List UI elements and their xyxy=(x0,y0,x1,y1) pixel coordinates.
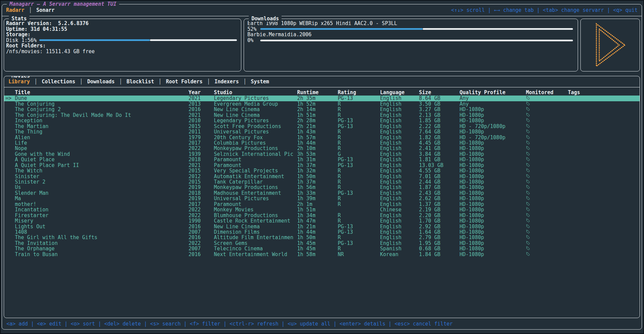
movie-row[interactable]: mother!2017Paramount2h 1mREnglish1.37 GB… xyxy=(4,202,640,207)
cell-size: 8.64 GB xyxy=(419,96,460,101)
cell-language: English xyxy=(380,213,419,218)
cell-runtime: 1h 56m xyxy=(297,185,338,190)
movie-row[interactable]: Train to Busan2016Next Entertainment Wor… xyxy=(4,252,640,257)
cell-rating: PG-13 xyxy=(338,229,380,235)
movie-row[interactable]: Inception2010Legendary Pictures2h 28mPG-… xyxy=(4,118,640,123)
cell-rating: PG-13 xyxy=(338,118,380,123)
stats-panel: Stats Radarr Version: 5.2.6.8376 Uptime:… xyxy=(4,19,241,71)
movie-row[interactable]: The Thing2011Universal Pictures1h 43mREn… xyxy=(4,129,640,134)
cell-rating: R xyxy=(338,179,380,185)
cell-size: 1.81 GB xyxy=(419,157,460,162)
movie-row[interactable]: 14082007Dimension Films1h 44mPG-13Englis… xyxy=(4,229,640,235)
cell-language: English xyxy=(380,185,419,190)
cell-year: 2017 xyxy=(188,202,214,207)
cell-runtime: 1h 32m xyxy=(297,168,338,173)
download-title: Barbie.Mermaidia.2006 xyxy=(247,32,573,38)
cell-runtime: 1h 50m xyxy=(297,174,338,179)
movie-row[interactable]: The Witch2015Very Special Projects1h 32m… xyxy=(4,168,640,173)
tab-separator: │ xyxy=(34,79,37,85)
cell-quality-profile: HD-1080p xyxy=(460,140,526,146)
monitored-tag-icon xyxy=(526,184,530,189)
cell-monitored xyxy=(526,251,568,257)
cell-size: 2.62 GB xyxy=(419,196,460,201)
cell-size: 4.45 GB xyxy=(419,140,460,146)
movie-row[interactable]: The Conjuring2013Evergreen Media Group1h… xyxy=(4,101,640,107)
cell-quality-profile: HD-1080p xyxy=(460,146,526,151)
movies-panel-title: Movies xyxy=(9,76,32,79)
cell-language: English xyxy=(380,179,419,185)
download-progress-row: 52% xyxy=(247,26,573,32)
cell-title: Life xyxy=(15,140,188,146)
cell-size: 2.19 GB xyxy=(419,207,460,212)
cell-studio: Universal Pictures xyxy=(214,196,297,201)
cell-title: Us xyxy=(15,185,188,190)
cell-runtime: 1h 44m xyxy=(297,140,338,146)
monitored-tag-icon xyxy=(526,134,530,140)
cell-size: 1.84 GB xyxy=(419,252,460,257)
tab-collections[interactable]: Collections xyxy=(42,79,75,85)
cell-title: Inception xyxy=(15,118,188,123)
cell-year: 2016 xyxy=(188,107,214,112)
uptime-label: Uptime: xyxy=(6,26,27,32)
tab-separator: │ xyxy=(243,79,246,85)
movie-row[interactable]: Sinister 22015Tank Caterpillar1h 37mREng… xyxy=(4,179,640,185)
tab-sonarr[interactable]: Sonarr xyxy=(36,7,54,13)
monitored-tag-icon xyxy=(526,123,530,128)
movie-row[interactable]: The Invitation2022Screen Gems1h 45mPG-13… xyxy=(4,241,640,246)
tab-library[interactable]: Library xyxy=(8,79,30,85)
movie-row[interactable]: Gone with the Wind1939Selznick Internati… xyxy=(4,151,640,157)
movie-row[interactable]: Sinister2012Automatik Entertainment1h 50… xyxy=(4,174,640,179)
monitored-tag-icon xyxy=(526,179,530,184)
cell-quality-profile: HD-1080p xyxy=(460,151,526,157)
cell-quality-profile: HD-1080p xyxy=(460,241,526,246)
movie-row[interactable]: Slender Man2018Madhouse Entertainment1h … xyxy=(4,190,640,196)
movie-row[interactable]: =>Dune2021Legendary Pictures2h 35mPG-13E… xyxy=(4,96,640,101)
movie-row[interactable]: The Martian2015Scott Free Productions2h … xyxy=(4,124,640,129)
cell-quality-profile: HD - 720p/1080p xyxy=(460,124,526,129)
movie-row[interactable]: The Conjuring: The Devil Made Me Do It20… xyxy=(4,112,640,118)
movie-row[interactable]: The Conjuring 22016New Line Cinema2h 14m… xyxy=(4,107,640,112)
movie-row[interactable]: Alien197920th Century Fox1h 57mREnglish1… xyxy=(4,135,640,140)
cell-year: 2011 xyxy=(188,129,214,134)
movie-row[interactable]: The Orphanage2007Telecinco Cinema1h 45mR… xyxy=(4,246,640,251)
cell-size: 1.70 GB xyxy=(419,218,460,224)
column-header-title: Title xyxy=(15,90,188,95)
column-header-year: Year xyxy=(188,90,214,95)
movie-row[interactable]: Us2019Monkeypaw Productions1h 56mREnglis… xyxy=(4,185,640,190)
movie-row[interactable]: Nope2022Monkeypaw Productions2h 10mREngl… xyxy=(4,146,640,151)
tab-blocklist[interactable]: Blocklist xyxy=(127,79,154,85)
tab-radarr[interactable]: Radarr xyxy=(6,7,24,13)
stats-panel-title: Stats xyxy=(9,16,29,22)
tab-downloads[interactable]: Downloads xyxy=(87,79,115,85)
cell-title: Dune xyxy=(15,96,188,101)
tab-system[interactable]: System xyxy=(251,79,269,85)
movie-row[interactable]: Life2017Columbia Pictures1h 44mREnglish4… xyxy=(4,140,640,146)
cell-runtime: 1h 44m xyxy=(297,229,338,235)
movie-row[interactable]: The Girl with All the Gifts2016Altitude … xyxy=(4,235,640,240)
cell-studio: Altitude Film Entertainmen xyxy=(214,235,297,240)
movie-row[interactable]: Lights Out2016New Line Cinema1h 21mPG-13… xyxy=(4,224,640,229)
cell-size: 1.85 GB xyxy=(419,118,460,123)
cell-runtime: 1h 58m xyxy=(297,252,338,257)
cell-studio: New Line Cinema xyxy=(214,107,297,112)
movie-row[interactable]: A Quiet Place2018Paramount1h 31mPG-13Eng… xyxy=(4,157,640,162)
cell-language: English xyxy=(380,129,419,134)
movie-row[interactable]: Incantation2022Monkey Movies1h 51mChines… xyxy=(4,207,640,212)
column-header-monitored: Monitored xyxy=(526,90,568,95)
movie-row[interactable]: Misery1990Castle Rock Entertainment1h 47… xyxy=(4,218,640,224)
movie-row[interactable]: A Quiet Place Part II2021Paramount1h 37m… xyxy=(4,163,640,168)
monitored-tag-icon xyxy=(526,151,530,156)
cell-title: The Conjuring 2 xyxy=(15,107,188,112)
disk-usage-gauge xyxy=(39,38,237,43)
cell-quality-profile: HD-1080p xyxy=(460,185,526,190)
download-percent-label: 0% xyxy=(247,38,258,43)
movie-row[interactable]: Firestarter2022Blumhouse Productions1h 3… xyxy=(4,213,640,218)
column-header-studio: Studio xyxy=(214,90,297,95)
cell-title: A Quiet Place xyxy=(15,157,188,162)
cell-quality-profile: HD-1080p xyxy=(460,196,526,201)
tab-indexers[interactable]: Indexers xyxy=(215,79,239,85)
movie-row[interactable]: Ma2019Universal Pictures1h 39mREnglish2.… xyxy=(4,196,640,201)
cell-studio: Castle Rock Entertainment xyxy=(214,218,297,224)
cell-runtime: 1h 51m xyxy=(297,112,338,118)
tab-root-folders[interactable]: Root Folders xyxy=(166,79,202,85)
